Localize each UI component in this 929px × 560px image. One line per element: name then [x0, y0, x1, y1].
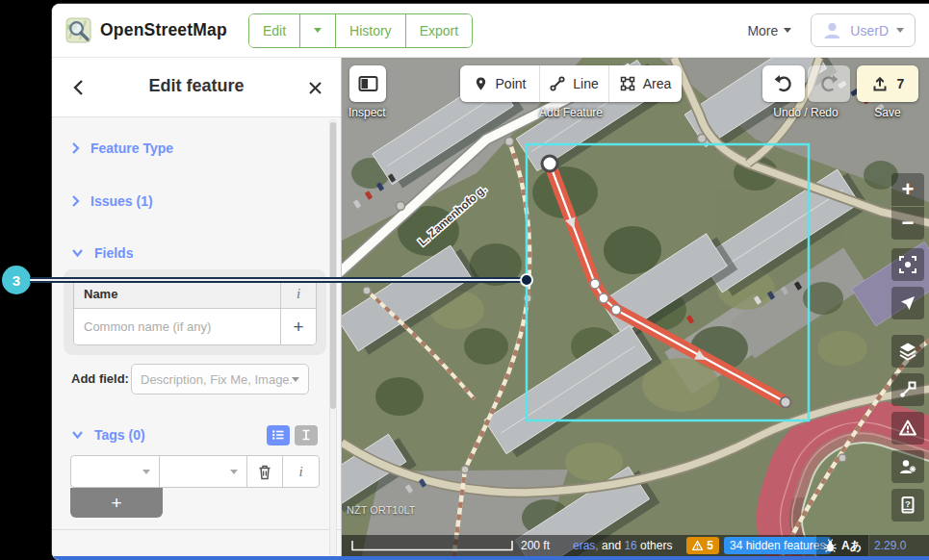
map-data-icon: [898, 380, 917, 399]
point-icon: [474, 76, 488, 91]
map-footer: 200 ft eras, and 16 others 5 34 hidden f…: [342, 535, 929, 556]
redo-button[interactable]: [808, 65, 850, 102]
add-field-label: Add field:: [71, 371, 129, 386]
help-book-icon: ?: [898, 496, 917, 515]
help-button[interactable]: ?: [891, 489, 924, 522]
aerial-imagery[interactable]: L. Zamenhofo g.: [342, 58, 929, 560]
more-label: More: [747, 23, 778, 38]
map-data-button[interactable]: [891, 373, 924, 406]
point-label: Point: [496, 76, 527, 91]
line-label: Line: [573, 76, 598, 91]
add-point-button[interactable]: Point: [460, 65, 539, 102]
add-field-combobox[interactable]: [131, 364, 309, 395]
attribution-tail: others: [640, 539, 672, 552]
tags-header: Tags (0): [52, 423, 341, 446]
app-title: OpenStreetMap: [100, 20, 227, 40]
edit-dropdown-caret[interactable]: [299, 14, 335, 47]
section-label: Fields: [94, 245, 133, 261]
issues-count: 5: [707, 539, 713, 552]
attribution-count-link[interactable]: 16: [624, 539, 636, 552]
list-view-icon: [271, 429, 285, 441]
plus-icon: +: [111, 493, 121, 514]
sidebar-scrollbar[interactable]: [329, 119, 337, 557]
preferences-button[interactable]: [891, 450, 924, 483]
openstreetmap-logo-icon: [65, 17, 91, 43]
name-field-info-button[interactable]: i: [280, 279, 316, 308]
inspect-label: Inspect: [348, 106, 386, 119]
map-area[interactable]: L. Zamenhofo g.: [342, 58, 929, 560]
add-tag-button[interactable]: +: [70, 488, 163, 518]
footer-tools[interactable]: Aあ: [815, 535, 869, 556]
tag-row: i: [70, 455, 320, 488]
add-feature-group: Point Line Area: [460, 65, 682, 102]
zoom-out-button[interactable]: −: [891, 207, 924, 240]
chevron-down-icon: [142, 470, 150, 474]
bug-report-icon: [823, 539, 838, 553]
way-vertex[interactable]: [611, 305, 621, 315]
disclosure-down-icon: [71, 248, 84, 258]
user-menu-button[interactable]: UserD: [811, 13, 916, 47]
chevron-down-icon: [314, 28, 322, 33]
undo-button[interactable]: [762, 65, 805, 102]
disclosure-right-icon: [71, 194, 80, 208]
attribution-link[interactable]: eras,: [573, 539, 599, 552]
add-field-row: Add field:: [52, 364, 341, 395]
export-button[interactable]: Export: [405, 14, 472, 47]
edit-button[interactable]: Edit: [249, 14, 299, 47]
name-input[interactable]: [74, 319, 280, 334]
geolocate-button[interactable]: [891, 287, 924, 319]
plus-icon: +: [293, 318, 303, 336]
callout-target-dot: [520, 273, 533, 287]
way-vertex[interactable]: [599, 293, 608, 303]
section-feature-type[interactable]: Feature Type: [71, 140, 173, 156]
save-button[interactable]: 7: [857, 65, 918, 102]
add-line-button[interactable]: Line: [539, 65, 608, 102]
name-field-label: Name: [74, 287, 280, 301]
text-view-icon: [300, 429, 312, 441]
scrollbar-thumb[interactable]: [330, 122, 336, 409]
backgrounds-button[interactable]: [891, 335, 924, 368]
section-issues[interactable]: Issues (1): [71, 193, 153, 209]
way-vertex[interactable]: [590, 279, 600, 289]
issues-count-badge[interactable]: 5: [686, 537, 719, 554]
way-end-vertex[interactable]: [781, 397, 791, 408]
bottom-accent-strip: [52, 556, 929, 560]
sidebar-divider: [52, 529, 341, 530]
add-area-button[interactable]: Area: [608, 65, 682, 102]
name-add-language-button[interactable]: +: [280, 309, 316, 344]
history-button[interactable]: History: [335, 14, 405, 47]
inspect-icon: [358, 75, 378, 92]
close-panel-button[interactable]: [302, 75, 327, 100]
delete-tag-button[interactable]: [247, 456, 283, 487]
tag-value-select[interactable]: [160, 456, 248, 487]
section-fields[interactable]: Fields: [71, 245, 133, 261]
zoom-to-selection-button[interactable]: [891, 248, 924, 281]
inspect-button[interactable]: [349, 65, 386, 102]
tag-list-view-button[interactable]: [267, 425, 290, 445]
way-start-vertex[interactable]: [542, 156, 557, 171]
tag-info-button[interactable]: i: [283, 456, 319, 487]
section-label: Issues (1): [90, 193, 153, 209]
imagery-watermark: NŽT ORT10LT: [347, 504, 416, 516]
close-icon: [308, 81, 323, 95]
chevron-down-icon: [230, 470, 238, 474]
add-field-input[interactable]: [141, 372, 292, 387]
location-arrow-icon: [898, 293, 917, 313]
add-feature-label: Add Feature: [539, 106, 603, 119]
tag-key-select[interactable]: [71, 456, 160, 487]
edit-feature-sidebar: Edit feature Feature Type Issues (1): [52, 58, 342, 560]
section-label: Tags (0): [94, 427, 145, 443]
zoom-in-button[interactable]: +: [891, 173, 924, 206]
attribution-and: and: [602, 539, 621, 552]
tag-view-toggles: [267, 425, 318, 445]
scale-bar: [351, 540, 515, 551]
section-tags[interactable]: Tags (0): [71, 427, 145, 443]
tag-text-view-button[interactable]: [295, 425, 318, 445]
more-menu[interactable]: More: [747, 23, 791, 38]
disclosure-right-icon: [71, 141, 80, 155]
version-label[interactable]: 2.29.0: [874, 539, 906, 552]
callout-marker-3: 3: [2, 266, 31, 294]
issues-button[interactable]: [891, 412, 924, 445]
save-count: 7: [897, 76, 905, 91]
header-nav-group: Edit History Export: [248, 13, 473, 48]
